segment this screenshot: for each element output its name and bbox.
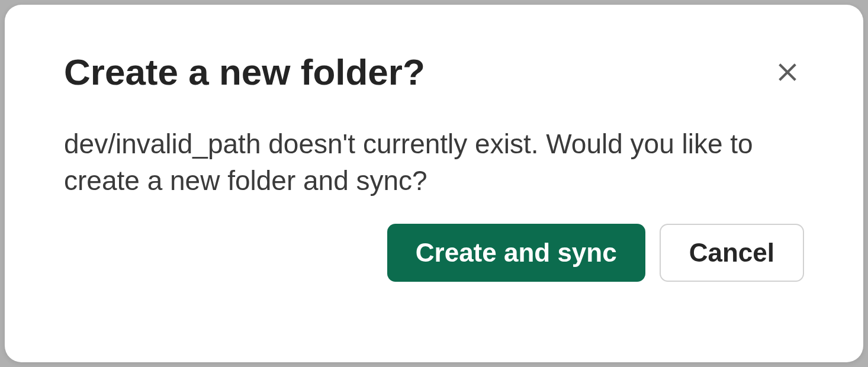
confirm-dialog: Create a new folder? dev/invalid_path do…	[5, 5, 863, 362]
dialog-title: Create a new folder?	[64, 52, 425, 92]
cancel-button[interactable]: Cancel	[660, 224, 804, 282]
dialog-footer: Create and sync Cancel	[64, 224, 804, 282]
close-button[interactable]	[771, 56, 804, 89]
dialog-message: dev/invalid_path doesn't currently exist…	[64, 125, 804, 199]
dialog-header: Create a new folder?	[64, 52, 804, 92]
create-and-sync-button[interactable]: Create and sync	[387, 224, 645, 282]
close-icon	[776, 60, 799, 84]
